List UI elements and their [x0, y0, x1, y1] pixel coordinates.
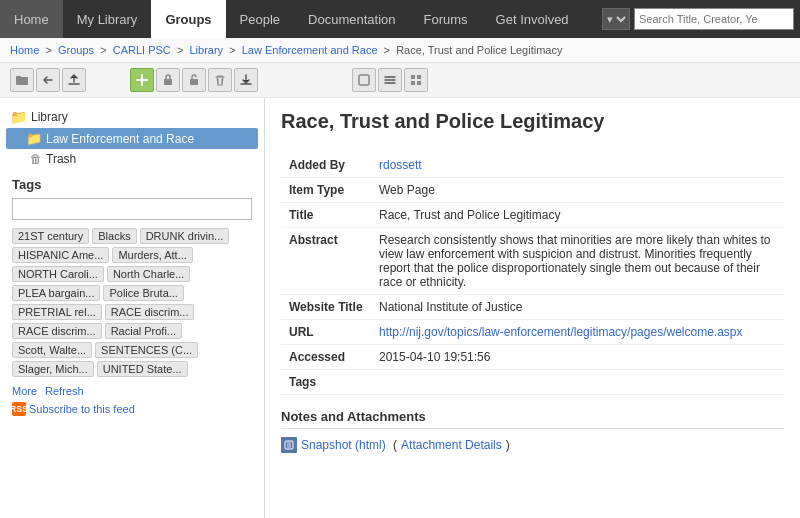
svg-rect-3 — [190, 79, 198, 85]
tag-race-discrim-2[interactable]: RACE discrim... — [12, 323, 102, 339]
toolbar-left-group — [10, 68, 86, 92]
accessed-label: Accessed — [281, 345, 371, 370]
nav-home[interactable]: Home — [0, 0, 63, 38]
sidebar-item-law-enforcement[interactable]: 📁 Law Enforcement and Race — [6, 128, 258, 149]
snapshot-html-link[interactable]: Snapshot (html) — [301, 438, 386, 452]
tag-drunk-driving[interactable]: DRUNK drivin... — [140, 228, 230, 244]
website-title-label: Website Title — [281, 295, 371, 320]
attachment-paren-close: ) — [506, 438, 510, 452]
tag-united-states[interactable]: UNITED State... — [97, 361, 188, 377]
list-view-button[interactable] — [378, 68, 402, 92]
svg-rect-2 — [164, 79, 172, 85]
svg-rect-4 — [359, 75, 369, 85]
tag-police-brutality[interactable]: Police Bruta... — [103, 285, 183, 301]
details-view-button[interactable] — [352, 68, 376, 92]
search-input[interactable] — [634, 8, 794, 30]
rss-subscribe-link[interactable]: Subscribe to this feed — [29, 403, 135, 415]
sidebar-library[interactable]: 📁 Library — [6, 106, 258, 128]
sidebar-trash-label: Trash — [46, 152, 76, 166]
tags-refresh-link[interactable]: Refresh — [45, 385, 84, 397]
tag-race-discrim-1[interactable]: RACE discrim... — [105, 304, 195, 320]
content-title: Race, Trust and Police Legitimacy — [281, 110, 784, 139]
breadcrumb-law-enforcement[interactable]: Law Enforcement and Race — [242, 44, 378, 56]
tag-north-charleston[interactable]: North Charle... — [107, 266, 191, 282]
detail-row-item-type: Item Type Web Page — [281, 178, 784, 203]
nav-groups[interactable]: Groups — [151, 0, 225, 38]
trash-icon: 🗑 — [30, 152, 42, 166]
svg-rect-1 — [16, 76, 21, 78]
add-item-button[interactable] — [130, 68, 154, 92]
tag-murders[interactable]: Murders, Att... — [112, 247, 192, 263]
detail-table: Added By rdossett Item Type Web Page Tit… — [281, 153, 784, 395]
added-by-value[interactable]: rdossett — [379, 158, 422, 172]
lock-button[interactable] — [156, 68, 180, 92]
item-type-value: Web Page — [371, 178, 784, 203]
tag-blacks[interactable]: Blacks — [92, 228, 136, 244]
detail-row-abstract: Abstract Research consistently shows tha… — [281, 228, 784, 295]
breadcrumb-carli-psc[interactable]: CARLI PSC — [113, 44, 171, 56]
attachment-icon — [281, 437, 297, 453]
svg-rect-6 — [417, 75, 421, 79]
attachment-paren-open: ( — [390, 438, 397, 452]
notes-title: Notes and Attachments — [281, 409, 784, 429]
delete-button[interactable] — [208, 68, 232, 92]
svg-rect-5 — [411, 75, 415, 79]
tag-21st-century[interactable]: 21ST century — [12, 228, 89, 244]
tag-pretrial[interactable]: PRETRIAL rel... — [12, 304, 102, 320]
sidebar: 📁 Library 📁 Law Enforcement and Race 🗑 T… — [0, 98, 265, 518]
tags-more-link[interactable]: More — [12, 385, 37, 397]
nav-people[interactable]: People — [226, 0, 294, 38]
tag-scott-walter[interactable]: Scott, Walte... — [12, 342, 92, 358]
tags-detail-value — [371, 370, 784, 395]
nav-get-involved[interactable]: Get Involved — [482, 0, 583, 38]
svg-rect-7 — [411, 81, 415, 85]
tags-list: 21ST century Blacks DRUNK drivin... HISP… — [12, 228, 252, 377]
tags-search-input[interactable] — [12, 198, 252, 220]
tag-slager[interactable]: Slager, Mich... — [12, 361, 94, 377]
toolbar-center-group — [130, 68, 258, 92]
rss-link: RSS Subscribe to this feed — [12, 402, 252, 416]
tag-north-carolina[interactable]: NORTH Caroli... — [12, 266, 104, 282]
detail-row-title: Title Race, Trust and Police Legitimacy — [281, 203, 784, 228]
back-button[interactable] — [36, 68, 60, 92]
url-label: URL — [281, 320, 371, 345]
detail-row-website-title: Website Title National Institute of Just… — [281, 295, 784, 320]
svg-rect-0 — [16, 77, 28, 85]
attachment-item: Snapshot (html) ( Attachment Details ) — [281, 437, 784, 453]
rss-icon: RSS — [12, 402, 26, 416]
url-value[interactable]: http://nij.gov/topics/law-enforcement/le… — [379, 325, 743, 339]
search-area: ▾ — [602, 0, 800, 38]
tag-sentences[interactable]: SENTENCES (C... — [95, 342, 198, 358]
toolbar — [0, 63, 800, 98]
abstract-value: Research consistently shows that minorit… — [371, 228, 784, 295]
sidebar-trash[interactable]: 🗑 Trash — [6, 149, 258, 169]
tag-hispanic[interactable]: HISPANIC Ame... — [12, 247, 109, 263]
grid-view-button[interactable] — [404, 68, 428, 92]
notes-section: Notes and Attachments Snapshot (html) ( … — [281, 409, 784, 453]
download-button[interactable] — [234, 68, 258, 92]
detail-row-tags: Tags — [281, 370, 784, 395]
nav-documentation[interactable]: Documentation — [294, 0, 409, 38]
tags-detail-label: Tags — [281, 370, 371, 395]
nav-my-library[interactable]: My Library — [63, 0, 152, 38]
title-value: Race, Trust and Police Legitimacy — [371, 203, 784, 228]
attachment-details-link[interactable]: Attachment Details — [401, 438, 502, 452]
unlock-button[interactable] — [182, 68, 206, 92]
main-layout: 📁 Library 📁 Law Enforcement and Race 🗑 T… — [0, 98, 800, 518]
item-type-label: Item Type — [281, 178, 371, 203]
search-filter-dropdown[interactable]: ▾ — [602, 8, 630, 30]
title-label: Title — [281, 203, 371, 228]
added-by-label: Added By — [281, 153, 371, 178]
law-enforcement-folder-icon: 📁 — [26, 131, 42, 146]
detail-row-added-by: Added By rdossett — [281, 153, 784, 178]
breadcrumb-library[interactable]: Library — [189, 44, 223, 56]
add-folder-button[interactable] — [10, 68, 34, 92]
tag-racial-profiling[interactable]: Racial Profi... — [105, 323, 182, 339]
breadcrumb-current: Race, Trust and Police Legitimacy — [396, 44, 562, 56]
breadcrumb-home[interactable]: Home — [10, 44, 39, 56]
breadcrumb-groups[interactable]: Groups — [58, 44, 94, 56]
nav-forums[interactable]: Forums — [410, 0, 482, 38]
upload-button[interactable] — [62, 68, 86, 92]
tag-plea-bargain[interactable]: PLEA bargain... — [12, 285, 100, 301]
tags-section: Tags 21ST century Blacks DRUNK drivin...… — [6, 169, 258, 424]
